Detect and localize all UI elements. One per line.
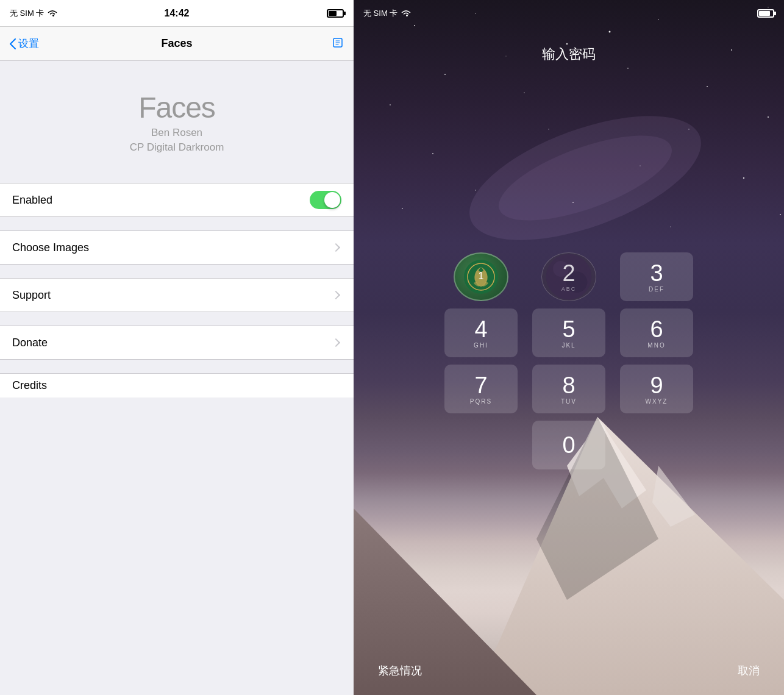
app-author: Ben Rosen	[151, 127, 202, 139]
support-row[interactable]: Support	[0, 278, 354, 312]
key-9-digit: 9	[650, 374, 663, 397]
gap-4	[0, 360, 354, 373]
key-8-letters: TUV	[561, 398, 577, 405]
app-company: CP Digital Darkroom	[130, 141, 224, 154]
battery-icon	[327, 9, 344, 18]
wifi-icon	[48, 10, 57, 17]
nav-bar: 设置 Faces	[0, 27, 354, 61]
status-left: 无 SIM 卡	[10, 8, 57, 19]
key-4-digit: 4	[474, 318, 487, 341]
key-6-letters: MNO	[647, 342, 665, 349]
support-section: Support	[0, 278, 354, 312]
credits-label: Credits	[12, 379, 341, 392]
enabled-label: Enabled	[12, 194, 310, 207]
key-2-circle: 2 ABC	[541, 252, 596, 301]
key-6-button[interactable]: 6 MNO	[620, 308, 693, 357]
numpad-container: 1 2 ABC	[354, 76, 784, 646]
support-chevron-icon	[332, 291, 340, 299]
key-3-letters: DEF	[649, 286, 665, 293]
enabled-toggle[interactable]	[310, 191, 341, 209]
cancel-button[interactable]: 取消	[738, 663, 760, 678]
status-right-left: 无 SIM 卡	[363, 8, 411, 19]
key-3-digit: 3	[650, 262, 663, 285]
starbucks-circle: 1	[454, 252, 508, 301]
key-5-letters: JKL	[561, 342, 576, 349]
key-5-digit: 5	[562, 318, 575, 341]
battery-right-fill	[759, 11, 770, 16]
toggle-knob	[324, 192, 340, 208]
carrier-right-label: 无 SIM 卡	[363, 8, 397, 19]
status-bar-left: 无 SIM 卡 14:42	[0, 0, 354, 27]
passcode-title: 输入密码	[354, 27, 784, 76]
nav-title: Faces	[161, 37, 192, 50]
key-0-button[interactable]: 0	[532, 421, 605, 469]
enabled-row: Enabled	[0, 183, 354, 217]
key-2-digit: 2	[561, 262, 577, 285]
key-2-letters: ABC	[561, 286, 577, 292]
starbucks-icon: 1	[463, 258, 499, 295]
key-9-letters: WXYZ	[646, 398, 668, 405]
app-name-display: Faces	[138, 91, 215, 124]
key-8-digit: 8	[562, 374, 575, 397]
numpad-zero-row: 0	[441, 421, 697, 469]
back-label: 设置	[18, 37, 39, 51]
lock-bottom-bar: 紧急情况 取消	[354, 646, 784, 695]
key-5-button[interactable]: 5 JKL	[532, 308, 605, 357]
back-button[interactable]: 设置	[10, 37, 39, 51]
left-panel: 无 SIM 卡 14:42 设置 Faces	[0, 0, 354, 695]
battery-right-icon	[757, 9, 774, 18]
edit-button[interactable]	[332, 37, 344, 51]
time-display: 14:42	[165, 8, 190, 19]
numpad-grid: 1 2 ABC	[441, 252, 697, 413]
gap-1	[0, 217, 354, 230]
choose-images-chevron-icon	[332, 243, 340, 252]
back-chevron-icon	[10, 38, 16, 49]
donate-label: Donate	[12, 337, 333, 349]
key-8-button[interactable]: 8 TUV	[532, 365, 605, 413]
key-7-digit: 7	[474, 374, 487, 397]
app-info-section: Faces Ben Rosen CP Digital Darkroom	[0, 61, 354, 183]
choose-images-label: Choose Images	[12, 241, 333, 254]
gap-2	[0, 265, 354, 278]
support-label: Support	[12, 289, 333, 302]
choose-images-row[interactable]: Choose Images	[0, 230, 354, 265]
key-9-button[interactable]: 9 WXYZ	[620, 365, 693, 413]
credits-row[interactable]: Credits	[0, 373, 354, 397]
gap-3	[0, 312, 354, 326]
battery-fill	[329, 11, 337, 16]
key-6-digit: 6	[650, 318, 663, 341]
key-2-button[interactable]: 2 ABC	[532, 252, 605, 301]
key-1-button[interactable]: 1	[444, 252, 518, 301]
key-4-letters: GHI	[474, 342, 488, 349]
donate-chevron-icon	[332, 338, 340, 347]
wifi-right-icon	[401, 10, 411, 17]
enabled-section: Enabled	[0, 183, 354, 217]
donate-row[interactable]: Donate	[0, 326, 354, 360]
donate-section: Donate	[0, 326, 354, 360]
edit-icon	[332, 37, 344, 49]
key-4-button[interactable]: 4 GHI	[444, 308, 518, 357]
key-7-letters: PQRS	[470, 398, 492, 405]
svg-text:1: 1	[479, 271, 484, 281]
emergency-button[interactable]: 紧急情况	[378, 663, 422, 678]
right-panel: 无 SIM 卡 输入密码	[354, 0, 784, 695]
choose-images-section: Choose Images	[0, 230, 354, 265]
key-3-button[interactable]: 3 DEF	[620, 252, 693, 301]
carrier-label: 无 SIM 卡	[10, 8, 44, 19]
status-right	[327, 9, 344, 18]
key-7-button[interactable]: 7 PQRS	[444, 365, 518, 413]
status-bar-right: 无 SIM 卡	[354, 0, 784, 27]
key-0-digit: 0	[562, 433, 575, 457]
